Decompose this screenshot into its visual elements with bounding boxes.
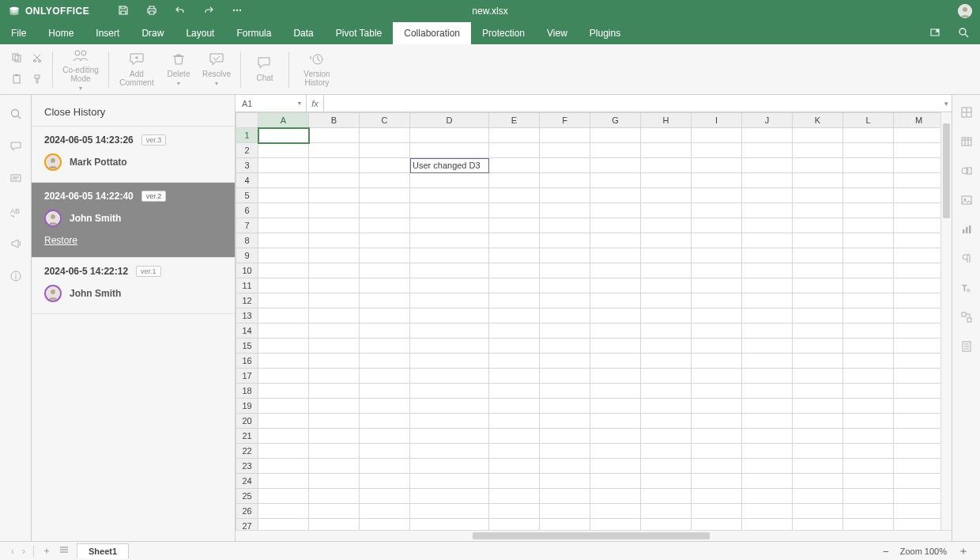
cell-G6[interactable] <box>590 203 641 218</box>
cell-I7[interactable] <box>692 218 742 233</box>
cell-K5[interactable] <box>793 188 843 203</box>
cell-K11[interactable] <box>793 278 843 293</box>
cell-B25[interactable] <box>309 489 360 504</box>
cell-K12[interactable] <box>793 293 843 308</box>
name-box[interactable]: A1 ▾ <box>236 95 307 112</box>
cell-K14[interactable] <box>793 324 843 339</box>
menu-protection[interactable]: Protection <box>471 22 536 44</box>
row-header-19[interactable]: 19 <box>236 399 258 414</box>
cell-G20[interactable] <box>590 414 641 429</box>
cell-J26[interactable] <box>742 504 793 519</box>
cell-J7[interactable] <box>742 218 793 233</box>
cell-M16[interactable] <box>894 354 944 369</box>
cell-K20[interactable] <box>793 414 843 429</box>
column-header-C[interactable]: C <box>360 113 410 128</box>
cell-K22[interactable] <box>793 444 843 459</box>
cell-L26[interactable] <box>843 504 894 519</box>
cell-M14[interactable] <box>894 324 944 339</box>
cell-G11[interactable] <box>590 278 641 293</box>
cell-F23[interactable] <box>540 459 590 474</box>
cell-F4[interactable] <box>540 173 590 188</box>
expand-formula-icon[interactable]: ▾ <box>944 100 948 108</box>
cell-E20[interactable] <box>489 414 540 429</box>
cell-A26[interactable] <box>258 504 309 519</box>
cell-F20[interactable] <box>540 414 590 429</box>
cell-K26[interactable] <box>793 504 843 519</box>
cell-G15[interactable] <box>590 339 641 354</box>
cell-A15[interactable] <box>258 339 309 354</box>
cell-G2[interactable] <box>590 143 641 158</box>
cell-D6[interactable] <box>410 203 489 218</box>
horizontal-scrollbar[interactable] <box>236 530 952 541</box>
cell-D1[interactable] <box>410 128 489 143</box>
cell-C5[interactable] <box>360 188 410 203</box>
cell-E11[interactable] <box>489 278 540 293</box>
cell-A27[interactable] <box>258 519 309 531</box>
more-icon[interactable] <box>232 5 243 18</box>
cell-J10[interactable] <box>742 263 793 278</box>
row-header-13[interactable]: 13 <box>236 308 258 324</box>
cell-K6[interactable] <box>793 203 843 218</box>
cell-D4[interactable] <box>410 173 489 188</box>
cell-I13[interactable] <box>692 308 742 324</box>
cell-D20[interactable] <box>410 414 489 429</box>
cell-D15[interactable] <box>410 339 489 354</box>
cell-C25[interactable] <box>360 489 410 504</box>
cell-L16[interactable] <box>843 354 894 369</box>
textart-settings-icon[interactable]: Ta <box>960 282 973 297</box>
shape-settings-icon[interactable] <box>960 165 973 180</box>
cell-E19[interactable] <box>489 399 540 414</box>
cell-M2[interactable] <box>894 143 944 158</box>
cell-C4[interactable] <box>360 173 410 188</box>
spellcheck-icon[interactable]: AB <box>9 205 22 220</box>
cell-F22[interactable] <box>540 444 590 459</box>
cell-D14[interactable] <box>410 324 489 339</box>
cell-J27[interactable] <box>742 519 793 531</box>
cell-C18[interactable] <box>360 384 410 399</box>
cell-D11[interactable] <box>410 278 489 293</box>
coediting-mode-button[interactable]: Co-editing Mode ▾ <box>58 48 104 91</box>
cell-L10[interactable] <box>843 263 894 278</box>
column-header-B[interactable]: B <box>309 113 360 128</box>
cell-L6[interactable] <box>843 203 894 218</box>
cell-D13[interactable] <box>410 308 489 324</box>
cell-D19[interactable] <box>410 399 489 414</box>
cell-G3[interactable] <box>590 158 641 173</box>
cell-A4[interactable] <box>258 173 309 188</box>
cell-C23[interactable] <box>360 459 410 474</box>
cell-A10[interactable] <box>258 263 309 278</box>
cell-B12[interactable] <box>309 293 360 308</box>
row-header-21[interactable]: 21 <box>236 429 258 444</box>
cell-C16[interactable] <box>360 354 410 369</box>
cell-E1[interactable] <box>489 128 540 143</box>
column-header-A[interactable]: A <box>258 113 309 128</box>
cell-B21[interactable] <box>309 429 360 444</box>
cell-F19[interactable] <box>540 399 590 414</box>
cell-J20[interactable] <box>742 414 793 429</box>
cell-L2[interactable] <box>843 143 894 158</box>
cell-I14[interactable] <box>692 324 742 339</box>
cell-C20[interactable] <box>360 414 410 429</box>
cell-C2[interactable] <box>360 143 410 158</box>
row-header-26[interactable]: 26 <box>236 504 258 519</box>
cell-J17[interactable] <box>742 369 793 384</box>
cell-A12[interactable] <box>258 293 309 308</box>
cell-F1[interactable] <box>540 128 590 143</box>
cell-B3[interactable] <box>309 158 360 173</box>
menu-formula[interactable]: Formula <box>225 22 282 44</box>
cell-F5[interactable] <box>540 188 590 203</box>
cell-A1[interactable] <box>258 128 309 143</box>
cell-J4[interactable] <box>742 173 793 188</box>
delete-comment-button[interactable]: Delete ▾ <box>160 52 198 86</box>
sheet-tab-active[interactable]: Sheet1 <box>77 543 129 558</box>
cell-H2[interactable] <box>641 143 692 158</box>
cell-E7[interactable] <box>489 218 540 233</box>
cell-F8[interactable] <box>540 233 590 248</box>
cell-I19[interactable] <box>692 399 742 414</box>
cell-M1[interactable] <box>894 128 944 143</box>
cell-C24[interactable] <box>360 474 410 489</box>
row-header-14[interactable]: 14 <box>236 324 258 339</box>
row-header-3[interactable]: 3 <box>236 158 258 173</box>
cell-H5[interactable] <box>641 188 692 203</box>
cell-B1[interactable] <box>309 128 360 143</box>
